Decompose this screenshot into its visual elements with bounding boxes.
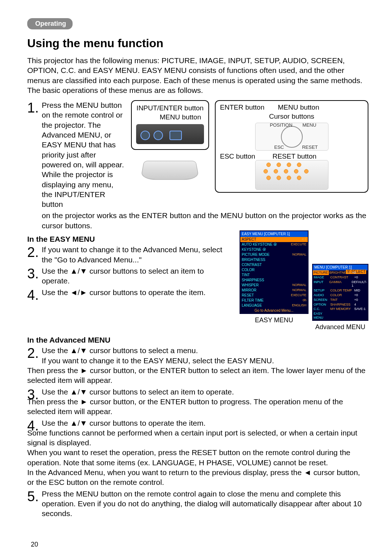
page-title: Using the menu function — [27, 36, 368, 51]
section-pill: Operating — [27, 18, 73, 29]
remote-buttons-illustration — [255, 160, 328, 190]
advanced-menu-heading: In the Advanced MENU — [27, 335, 368, 345]
easy-step4: Use the ◄/► cursor buttons to operate th… — [42, 287, 232, 297]
step-number: 2 — [27, 245, 42, 259]
easy-menu-heading: In the EASY MENU — [27, 234, 232, 244]
remote-callout-box: ENTER button MENU button Cursor buttons … — [215, 100, 368, 193]
adv-step3b: Then press the ► cursor button, or the E… — [27, 397, 368, 417]
panel-callout-box: INPUT/ENTER button MENU button — [131, 100, 209, 150]
step-number: 3 — [27, 266, 42, 281]
step-number: 1 — [27, 100, 42, 115]
step-number: 4 — [27, 287, 42, 302]
easy-step3: Use the ▲/▼ cursor buttons to select an … — [42, 266, 232, 286]
step1-text: Press the MENU button on the remote cont… — [42, 100, 125, 209]
input-enter-label: INPUT/ENTER button — [135, 104, 205, 113]
cursor-buttons-label: Cursor buttons — [220, 112, 363, 121]
step1-continuation: on the projector works as the ENTER butt… — [42, 210, 368, 230]
adv-step4c: When you want to reset the operation, pr… — [27, 447, 368, 467]
page-number: 20 — [31, 540, 38, 549]
adv-step3a: Use the ▲/▼ cursor buttons to select an … — [42, 387, 368, 397]
adv-step2b: If you want to change it to the EASY MEN… — [42, 356, 368, 365]
menu-button-label: MENU button — [135, 113, 205, 122]
adv-step2a: Use the ▲/▼ cursor buttons to select a m… — [42, 346, 368, 355]
easy-step2: If you want to change it to the Advanced… — [42, 245, 232, 265]
easy-menu-screenshot: EASY MENU [COMPUTER 1]ASPECT4:3AUTO KEYS… — [240, 230, 309, 314]
adv-step4a: Use the ▲/▼ cursor buttons to operate th… — [42, 418, 368, 428]
intro-text: This projector has the following menus: … — [27, 56, 368, 95]
esc-reset-label: ESC button RESET button — [220, 152, 363, 161]
adv-step5: Press the MENU button on the remote cont… — [42, 489, 368, 519]
enter-menu-label: ENTER button MENU button — [220, 103, 363, 112]
advanced-menu-screenshot: MENU [COMPUTER 1]⦿:SELECTPICTUREBRIGHTNE… — [312, 264, 368, 321]
projector-illustration — [139, 153, 201, 185]
step-number: 2 — [27, 346, 42, 360]
adv-step4d: In the Advanced Menu, when you want to r… — [27, 467, 368, 487]
easy-menu-caption: EASY MENU — [240, 316, 309, 324]
control-panel-illustration — [136, 124, 204, 144]
adv-step2c: Then press the ► cursor button, or the E… — [27, 365, 368, 385]
step-number: 5 — [27, 489, 42, 503]
advanced-menu-caption: Advanced MENU — [312, 323, 368, 331]
remote-cursor-illustration: POSITION MENU ESC RESET — [255, 123, 328, 151]
adv-step4b: Some functions cannot be performed when … — [27, 428, 368, 448]
